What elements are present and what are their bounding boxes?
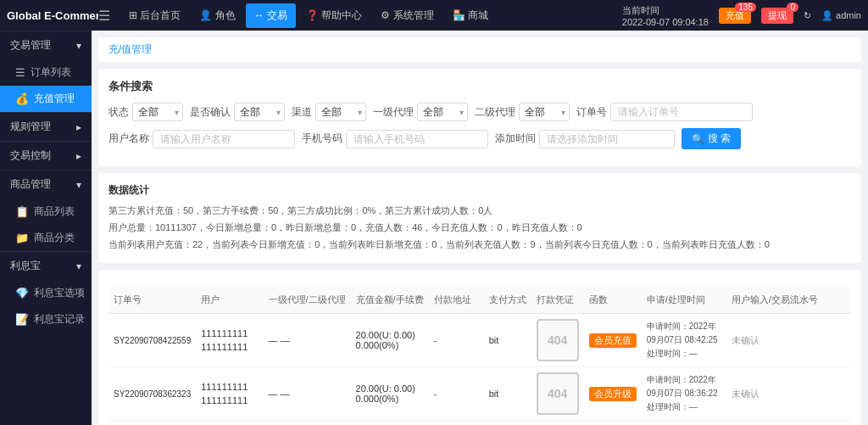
- cell-badge: 会员充值: [584, 314, 642, 367]
- time-field: 添加时间: [495, 130, 675, 148]
- sidebar-group-products[interactable]: 商品管理 ▾: [0, 170, 92, 199]
- th-address: 付款地址: [429, 287, 484, 314]
- sidebar-group-trade[interactable]: 交易管理 ▾: [0, 31, 92, 59]
- second-agent-select[interactable]: 全部: [519, 103, 570, 121]
- sidebar-item-product-list[interactable]: 📋 商品列表: [0, 199, 92, 225]
- first-agent-select[interactable]: 全部: [417, 103, 468, 121]
- sidebar-item-product-category[interactable]: 📁 商品分类: [0, 225, 92, 251]
- breadcrumb-item: 充/值管理: [108, 43, 152, 55]
- stats-title: 数据统计: [108, 183, 851, 198]
- address-text: -: [434, 389, 437, 399]
- search-row-2: 用户名称 手机号码 添加时间 🔍 搜 索: [108, 128, 851, 149]
- chevron-down-icon: ▾: [76, 40, 81, 52]
- navbar-links: ⊞ 后台首页 👤 角色 ↔ 交易 ❓ 帮助中心 ⚙ 系统管理 🏪 商城: [120, 3, 622, 28]
- nav-system[interactable]: ⚙ 系统管理: [372, 3, 442, 28]
- nav-role[interactable]: 👤 角色: [191, 3, 243, 28]
- remind-badge: 0: [787, 3, 798, 12]
- channel-select-wrapper: 全部: [315, 103, 366, 121]
- recharge-badge: 135: [735, 3, 756, 12]
- cell-agent: — —: [264, 314, 351, 367]
- chevron-down-icon2: ▾: [76, 179, 81, 191]
- username-field: 用户名称: [108, 130, 295, 148]
- sidebar-item-interest-records[interactable]: 📝 利息宝记录: [0, 306, 92, 333]
- cell-amount: 20.00(U: 0.00)0.000(0%): [351, 314, 429, 367]
- menu-icon[interactable]: ☰: [98, 8, 110, 24]
- trade-icon: ↔: [254, 9, 264, 21]
- confirm-select[interactable]: 全部: [234, 103, 285, 121]
- sidebar-item-order-list[interactable]: ☰ 订单列表: [0, 59, 92, 86]
- time-input[interactable]: [539, 130, 675, 148]
- help-icon: ❓: [306, 9, 319, 21]
- channel-select[interactable]: 全部: [315, 103, 366, 121]
- shop-icon: 🏪: [453, 9, 465, 21]
- search-button[interactable]: 🔍 搜 索: [682, 128, 741, 149]
- chevron-right-icon2: ▸: [76, 150, 81, 162]
- data-table: 订单号 用户 一级代理/二级代理 充值金额/手续费 付款地址 支付方式 打款凭证…: [108, 287, 851, 425]
- nav-trade[interactable]: ↔ 交易: [246, 3, 296, 28]
- nav-dashboard[interactable]: ⊞ 后台首页: [120, 3, 189, 28]
- sidebar-group-rules[interactable]: 规则管理 ▸: [0, 112, 92, 141]
- search-row-1: 状态 全部 是否确认 全部 渠道: [108, 103, 851, 121]
- order-no-field: 订单号: [576, 103, 753, 121]
- sidebar-item-interest-options[interactable]: 💎 利息宝选项: [0, 280, 92, 306]
- sidebar-item-recharge-mgmt[interactable]: 💰 充值管理: [0, 86, 92, 112]
- sidebar: 交易管理 ▾ ☰ 订单列表 💰 充值管理 规则管理 ▸ 交易控制 ▸ 商品管理 …: [0, 31, 92, 425]
- channel-label: 渠道: [292, 105, 312, 120]
- main-content: 充/值管理 条件搜索 状态 全部 是否确认: [92, 31, 868, 425]
- nav-help[interactable]: ❓ 帮助中心: [298, 3, 370, 28]
- remind-button[interactable]: 提现 0: [761, 8, 793, 24]
- sidebar-group-trade-control[interactable]: 交易控制 ▸: [0, 141, 92, 170]
- order-no-input[interactable]: [610, 103, 753, 121]
- th-pay-method: 支付方式: [484, 287, 531, 314]
- table-header-row: 订单号 用户 一级代理/二级代理 充值金额/手续费 付款地址 支付方式 打款凭证…: [108, 287, 851, 314]
- second-agent-select-wrapper: 全部: [519, 103, 570, 121]
- refresh-icon[interactable]: ↻: [804, 10, 811, 21]
- proof-image-404: 404: [537, 319, 579, 361]
- status-select[interactable]: 全部: [132, 103, 183, 121]
- dashboard-icon: ⊞: [129, 9, 137, 21]
- brand-name: Global E-Commerce...: [7, 9, 98, 22]
- second-agent-label: 二级代理: [475, 105, 515, 120]
- cell-pay-method: bit: [484, 367, 531, 421]
- th-func: 函数: [584, 287, 642, 314]
- proof-image-404: 404: [537, 372, 579, 415]
- product-category-icon: 📁: [15, 232, 29, 244]
- status-badge[interactable]: 会员升级: [589, 387, 637, 401]
- recharge-button[interactable]: 充值 135: [719, 8, 751, 24]
- cell-proof: 404: [531, 367, 584, 421]
- user-text: 111111111111111111: [201, 382, 248, 406]
- cell-address: -: [429, 367, 484, 421]
- confirm-label: 是否确认: [190, 105, 231, 120]
- role-icon: 👤: [199, 9, 212, 21]
- stats-card: 数据统计 第三方累计充值：50，第三方手续费：50，第三方成功比例：0%，第三方…: [98, 173, 861, 263]
- cell-hash: 已确认39e3e34279809b3482fc5bbf30d03033b5eac…: [726, 421, 851, 425]
- stats-line-3: 当前列表用户充值：22，当前列表今日新增充值：0，当前列表昨日新增充值：0，当前…: [108, 237, 851, 254]
- cell-address: -: [429, 314, 484, 367]
- username-input[interactable]: [153, 130, 295, 148]
- search-card: 条件搜索 状态 全部 是否确认 全部: [98, 69, 861, 166]
- admin-user[interactable]: 👤 admin: [821, 10, 861, 21]
- th-proof: 打款凭证: [531, 287, 584, 314]
- th-order-id: 订单号: [108, 287, 196, 314]
- cell-order-id: SY22090708362323: [108, 367, 196, 421]
- sidebar-group-interest[interactable]: 利息宝 ▾: [0, 251, 92, 280]
- channel-field: 渠道 全部: [292, 103, 366, 121]
- status-label: 状态: [108, 105, 129, 120]
- phone-label: 手机号码: [302, 131, 342, 146]
- cell-proof: 404: [531, 314, 584, 367]
- cell-time: 申请时间：2022年09月07日 08:42:25处理时间：—: [642, 314, 726, 367]
- recharge-mgmt-icon: 💰: [15, 92, 29, 105]
- table-row: SY22090708422559111111111111111111— —20.…: [108, 314, 851, 367]
- confirm-field: 是否确认 全部: [190, 103, 285, 121]
- status-field: 状态 全部: [108, 103, 183, 121]
- status-badge[interactable]: 会员充值: [589, 333, 637, 348]
- chevron-down-icon3: ▾: [76, 260, 81, 272]
- th-time: 申请/处理时间: [642, 287, 726, 314]
- th-agent: 一级代理/二级代理: [264, 287, 351, 314]
- phone-field: 手机号码: [302, 130, 488, 148]
- phone-input[interactable]: [346, 130, 488, 148]
- order-no-label: 订单号: [576, 105, 607, 120]
- confirm-select-wrapper: 全部: [234, 103, 285, 121]
- breadcrumb: 充/值管理: [98, 37, 861, 62]
- nav-shop[interactable]: 🏪 商城: [444, 3, 497, 28]
